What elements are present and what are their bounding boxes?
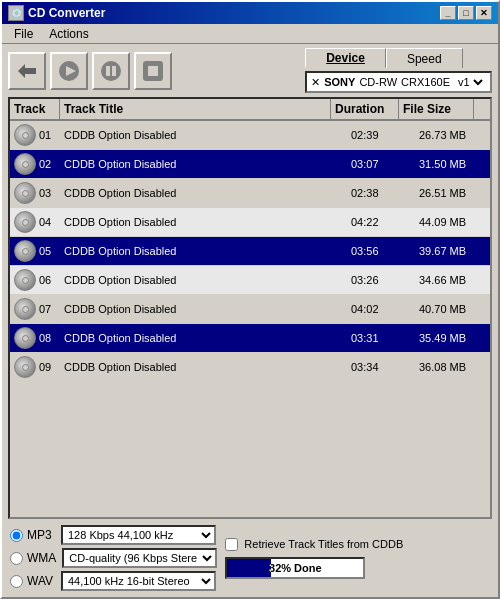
device-row: ✕ SONY CD-RW CRX160E v1 xyxy=(305,71,492,93)
menu-actions[interactable]: Actions xyxy=(41,25,96,43)
format-select-wav[interactable]: 44,100 kHz 16-bit Stereo xyxy=(61,571,216,591)
format-radio-wav[interactable] xyxy=(10,575,23,588)
track-cell: 07 xyxy=(10,295,60,323)
format-label-wav[interactable]: WAV xyxy=(10,574,55,588)
filesize-cell: 35.49 MB xyxy=(415,329,490,347)
pause-button[interactable] xyxy=(92,52,130,90)
close-button[interactable]: ✕ xyxy=(476,6,492,20)
title-bar-text: 💿 CD Converter xyxy=(8,5,105,21)
track-cell: 05 xyxy=(10,237,60,265)
duration-cell: 04:22 xyxy=(347,213,415,231)
play-button[interactable] xyxy=(50,52,88,90)
format-col: MP3 128 Kbps 44,100 kHz WMA CD-quality (… xyxy=(10,525,217,591)
maximize-button[interactable]: □ xyxy=(458,6,474,20)
col-title: Track Title xyxy=(60,99,331,119)
format-select-wma[interactable]: CD-quality (96 Kbps Stere xyxy=(62,548,217,568)
cd-icon xyxy=(14,240,36,262)
table-row[interactable]: 04 CDDB Option Disabled 04:22 44.09 MB xyxy=(10,208,490,237)
progress-bar-outer: 32% Done xyxy=(225,557,365,579)
table-row[interactable]: 09 CDDB Option Disabled 03:34 36.08 MB xyxy=(10,353,490,382)
col-track: Track xyxy=(10,99,60,119)
format-select-mp3[interactable]: 128 Kbps 44,100 kHz xyxy=(61,525,216,545)
svg-point-2 xyxy=(101,61,121,81)
track-number: 09 xyxy=(39,361,51,373)
title-bar-controls: _ □ ✕ xyxy=(440,6,492,20)
filesize-cell: 36.08 MB xyxy=(415,358,490,376)
cd-icon xyxy=(14,153,36,175)
col-filesize: File Size xyxy=(399,99,474,119)
cd-icon xyxy=(14,124,36,146)
title-cell: CDDB Option Disabled xyxy=(60,271,347,289)
menu-file[interactable]: File xyxy=(6,25,41,43)
table-row[interactable]: 07 CDDB Option Disabled 04:02 40.70 MB xyxy=(10,295,490,324)
track-cell: 02 xyxy=(10,150,60,178)
stop-icon xyxy=(141,59,165,83)
device-x-icon: ✕ xyxy=(311,76,320,89)
filesize-cell: 31.50 MB xyxy=(415,155,490,173)
format-radio-wma[interactable] xyxy=(10,552,23,565)
title-cell: CDDB Option Disabled xyxy=(60,242,347,260)
col-duration: Duration xyxy=(331,99,399,119)
device-tab[interactable]: Device xyxy=(305,48,386,68)
format-row-mp3: MP3 128 Kbps 44,100 kHz xyxy=(10,525,217,545)
bottom-panel: MP3 128 Kbps 44,100 kHz WMA CD-quality (… xyxy=(2,519,498,597)
format-row-wav: WAV 44,100 kHz 16-bit Stereo xyxy=(10,571,217,591)
format-radio-mp3[interactable] xyxy=(10,529,23,542)
track-number: 05 xyxy=(39,245,51,257)
toolbar-right: Device Speed ✕ SONY CD-RW CRX160E v1 xyxy=(305,48,492,93)
minimize-button[interactable]: _ xyxy=(440,6,456,20)
format-label-wma[interactable]: WMA xyxy=(10,551,56,565)
speed-tab[interactable]: Speed xyxy=(386,48,463,68)
track-cell: 08 xyxy=(10,324,60,352)
stop-button[interactable] xyxy=(134,52,172,90)
duration-cell: 02:38 xyxy=(347,184,415,202)
device-version-select[interactable]: v1 xyxy=(454,75,486,89)
table-body[interactable]: 01 CDDB Option Disabled 02:39 26.73 MB 0… xyxy=(10,121,490,517)
pause-icon xyxy=(99,59,123,83)
retrieve-label: Retrieve Track Titles from CDDB xyxy=(244,538,403,550)
track-number: 03 xyxy=(39,187,51,199)
title-cell: CDDB Option Disabled xyxy=(60,184,347,202)
track-number: 04 xyxy=(39,216,51,228)
device-type: CD-RW xyxy=(359,76,397,88)
table-row[interactable]: 08 CDDB Option Disabled 03:31 35.49 MB xyxy=(10,324,490,353)
retrieve-checkbox[interactable] xyxy=(225,538,238,551)
col-scrollbar-spacer xyxy=(474,99,490,119)
filesize-cell: 40.70 MB xyxy=(415,300,490,318)
title-cell: CDDB Option Disabled xyxy=(60,329,347,347)
title-cell: CDDB Option Disabled xyxy=(60,213,347,231)
track-cell: 03 xyxy=(10,179,60,207)
track-number: 02 xyxy=(39,158,51,170)
table-row[interactable]: 01 CDDB Option Disabled 02:39 26.73 MB xyxy=(10,121,490,150)
format-label-mp3[interactable]: MP3 xyxy=(10,528,55,542)
cd-icon xyxy=(14,298,36,320)
filesize-cell: 44.09 MB xyxy=(415,213,490,231)
device-brand: SONY xyxy=(324,76,355,88)
format-row-wma: WMA CD-quality (96 Kbps Stere xyxy=(10,548,217,568)
cd-icon xyxy=(14,327,36,349)
track-cell: 01 xyxy=(10,121,60,149)
duration-cell: 03:31 xyxy=(347,329,415,347)
table-row[interactable]: 02 CDDB Option Disabled 03:07 31.50 MB xyxy=(10,150,490,179)
table-header: Track Track Title Duration File Size xyxy=(10,99,490,121)
filesize-cell: 34.66 MB xyxy=(415,271,490,289)
duration-cell: 03:26 xyxy=(347,271,415,289)
table-row[interactable]: 05 CDDB Option Disabled 03:56 39.67 MB xyxy=(10,237,490,266)
title-cell: CDDB Option Disabled xyxy=(60,155,347,173)
device-speed-tabs: Device Speed xyxy=(305,48,492,68)
bottom-row: MP3 128 Kbps 44,100 kHz WMA CD-quality (… xyxy=(10,525,490,591)
table-row[interactable]: 03 CDDB Option Disabled 02:38 26.51 MB xyxy=(10,179,490,208)
cd-icon xyxy=(14,182,36,204)
progress-text: 32% Done xyxy=(227,562,363,574)
table-row[interactable]: 06 CDDB Option Disabled 03:26 34.66 MB xyxy=(10,266,490,295)
play-icon xyxy=(57,59,81,83)
title-bar: 💿 CD Converter _ □ ✕ xyxy=(2,2,498,24)
rip-button[interactable] xyxy=(8,52,46,90)
title-cell: CDDB Option Disabled xyxy=(60,300,347,318)
filesize-cell: 39.67 MB xyxy=(415,242,490,260)
duration-cell: 02:39 xyxy=(347,126,415,144)
window-title: CD Converter xyxy=(28,6,105,20)
toolbar: Device Speed ✕ SONY CD-RW CRX160E v1 xyxy=(2,44,498,97)
svg-rect-6 xyxy=(148,66,158,76)
svg-rect-4 xyxy=(112,66,116,76)
